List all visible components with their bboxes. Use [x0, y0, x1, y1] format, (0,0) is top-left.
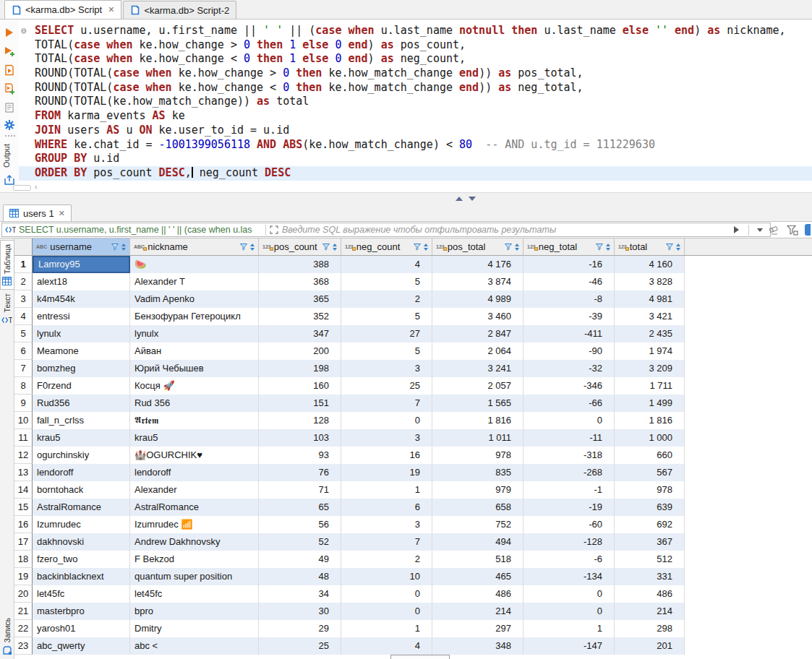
cell-neg_count[interactable]: 10: [341, 568, 432, 585]
column-header-username[interactable]: ABCusername: [33, 238, 130, 255]
cell-nickname[interactable]: lynulx: [130, 325, 259, 343]
cell-pos_total[interactable]: 1 011: [432, 429, 523, 447]
row-number[interactable]: 5: [14, 325, 33, 343]
toolbar-overflow-dots[interactable]: [5, 135, 15, 137]
code-line[interactable]: ROUND(TOTAL(case when ke.how_change > 0 …: [19, 66, 812, 81]
cell-username[interactable]: dakhnovski: [33, 533, 130, 551]
column-sort-icon[interactable]: [424, 244, 428, 251]
settings-gear-icon[interactable]: [4, 119, 15, 131]
cell-username[interactable]: alext18: [33, 273, 130, 290]
row-number[interactable]: 13: [14, 464, 33, 481]
cell-username[interactable]: masterbpro: [33, 603, 130, 620]
code-line[interactable]: ROUND(TOTAL(ke.how_match_change)) as tot…: [19, 95, 812, 109]
cell-total[interactable]: 512: [615, 551, 685, 568]
cell-pos_total[interactable]: 4 176: [432, 256, 523, 273]
cell-neg_total[interactable]: -39: [523, 308, 615, 325]
cell-total[interactable]: 3 828: [615, 273, 685, 290]
cell-pos_total[interactable]: 214: [432, 603, 523, 620]
cell-pos_total[interactable]: 978: [432, 447, 523, 464]
cell-nickname[interactable]: Бензофуран Гетероцикл: [130, 308, 259, 325]
code-line[interactable]: JOIN users AS u ON ke.user_to_id = u.id: [19, 124, 812, 138]
cell-pos_count[interactable]: 76: [259, 464, 341, 481]
column-sort-icon[interactable]: [250, 244, 255, 251]
cell-pos_count[interactable]: 128: [259, 412, 341, 429]
cell-pos_count[interactable]: 200: [259, 343, 341, 360]
cell-nickname[interactable]: krau5: [130, 429, 259, 447]
cell-pos_total[interactable]: 2 847: [432, 325, 523, 343]
cell-neg_count[interactable]: 0: [341, 603, 432, 620]
maximize-editor-icon[interactable]: [456, 197, 463, 201]
cell-neg_total[interactable]: -16: [523, 256, 615, 273]
cell-total[interactable]: 978: [615, 481, 685, 499]
cell-neg_total[interactable]: -8: [523, 290, 615, 308]
row-number[interactable]: 6: [14, 343, 33, 360]
cell-pos_total[interactable]: 979: [432, 481, 523, 499]
execute-script-button[interactable]: [4, 64, 15, 76]
column-sort-icon[interactable]: [676, 244, 680, 251]
execute-new-tab-button[interactable]: [4, 46, 15, 57]
cell-neg_total[interactable]: -60: [523, 516, 615, 533]
cell-total[interactable]: 1 974: [615, 343, 685, 360]
cell-pos_total[interactable]: 2 057: [432, 377, 523, 395]
cell-pos_count[interactable]: 56: [259, 516, 341, 533]
cell-nickname[interactable]: Alexander: [130, 481, 259, 499]
column-sort-icon[interactable]: [121, 244, 126, 251]
column-header-pos_total[interactable]: 123pos_total: [432, 238, 523, 255]
cell-pos_total[interactable]: 2 064: [432, 343, 523, 360]
column-filter-icon[interactable]: [596, 244, 603, 251]
code-line[interactable]: WHERE ke.chat_id = -1001399056118 AND AB…: [19, 138, 812, 152]
cell-neg_count[interactable]: 3: [341, 516, 432, 533]
cell-pos_total[interactable]: 3 460: [432, 308, 523, 325]
code-line[interactable]: ORDER BY pos_count DESC, neg_count DESC: [19, 166, 812, 181]
row-number[interactable]: 3: [14, 290, 33, 308]
cell-nickname[interactable]: Andrew Dakhnovsky: [130, 533, 259, 551]
cell-neg_count[interactable]: 4: [341, 637, 432, 655]
code-line[interactable]: ⊖SELECT u.username, u.first_name || ' ' …: [19, 24, 812, 38]
cell-pos_total[interactable]: 835: [432, 464, 523, 481]
cell-neg_count[interactable]: 0: [341, 585, 432, 603]
column-filter-icon[interactable]: [414, 244, 421, 251]
filter-input[interactable]: T SELECT u.username, u.first_name || ' '…: [1, 223, 771, 237]
cell-neg_total[interactable]: -268: [523, 464, 615, 481]
cell-neg_total[interactable]: -90: [523, 343, 615, 360]
cell-total[interactable]: 567: [615, 464, 685, 481]
row-number[interactable]: 18: [14, 551, 33, 568]
execute-sql-button[interactable]: [4, 27, 15, 38]
cell-username[interactable]: Meamone: [33, 343, 130, 360]
side-tab-grid[interactable]: Таблица: [0, 240, 14, 290]
column-filter-icon[interactable]: [240, 244, 247, 251]
cell-nickname[interactable]: AstralRomance: [130, 499, 259, 516]
cell-username[interactable]: krau5: [33, 429, 130, 447]
cell-nickname[interactable]: Косця 🚀: [130, 377, 259, 395]
cell-neg_count[interactable]: 1: [341, 481, 432, 499]
cell-neg_count[interactable]: 2: [341, 551, 432, 568]
cell-pos_count[interactable]: 103: [259, 429, 341, 447]
cell-neg_total[interactable]: -1: [523, 481, 615, 499]
cell-neg_count[interactable]: 3: [341, 360, 432, 377]
apply-filter-button[interactable]: [734, 226, 739, 233]
cell-neg_count[interactable]: 6: [341, 499, 432, 516]
cell-nickname[interactable]: quantum super position: [130, 568, 259, 585]
cell-pos_total[interactable]: 752: [432, 516, 523, 533]
cell-username[interactable]: let45fc: [33, 585, 130, 603]
cell-nickname[interactable]: 🏰OGURCHIK♥: [130, 447, 259, 464]
cell-pos_total[interactable]: 1 565: [432, 395, 523, 412]
column-sort-icon[interactable]: [515, 244, 519, 251]
cell-nickname[interactable]: Юрий Чебышев: [130, 360, 259, 377]
cell-nickname[interactable]: Rud 356: [130, 395, 259, 412]
cell-nickname[interactable]: Vadim Apenko: [130, 290, 259, 308]
cell-username[interactable]: AstralRomance: [33, 499, 130, 516]
filter-history-dropdown-icon[interactable]: [757, 228, 763, 232]
cell-pos_total[interactable]: 348: [432, 637, 523, 655]
row-number[interactable]: 23: [14, 637, 33, 655]
output-label[interactable]: Output: [2, 144, 11, 168]
cell-total[interactable]: 1 499: [615, 395, 685, 412]
horizontal-scrollbar-thumb[interactable]: [390, 655, 450, 659]
cell-pos_count[interactable]: 388: [259, 256, 341, 273]
tab-script-1[interactable]: <karma.db> Script ✕: [4, 0, 121, 19]
cell-neg_count[interactable]: 7: [341, 533, 432, 551]
cell-nickname[interactable]: Alexander T: [130, 273, 259, 290]
cell-nickname[interactable]: Izumrudec 📶: [130, 516, 259, 533]
cell-neg_total[interactable]: -6: [523, 551, 615, 568]
cell-total[interactable]: 367: [615, 533, 685, 551]
